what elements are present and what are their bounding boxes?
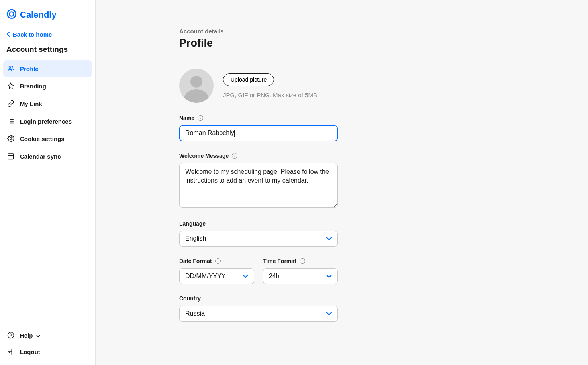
page-title: Profile (179, 37, 418, 49)
field-welcome: Welcome Message i (179, 153, 418, 209)
brand-logo[interactable]: Calendly (0, 6, 95, 28)
time-format-label: Time Format (263, 258, 296, 264)
logout-button[interactable]: Logout (3, 343, 92, 360)
field-date-format: Date Format i DD/MM/YYYY (179, 258, 254, 284)
time-format-value: 24h (269, 273, 280, 280)
main-content: Account details Profile Upload picture J… (96, 0, 588, 365)
calendar-icon (7, 153, 14, 160)
chevron-down-icon (326, 310, 332, 317)
help-label: Help (20, 332, 33, 339)
date-format-select[interactable]: DD/MM/YYYY (179, 268, 254, 284)
nav-label: Calendar sync (20, 153, 61, 160)
country-value: Russia (185, 310, 205, 317)
nav-label: My Link (20, 100, 42, 107)
field-name: Name i Roman Rabochiy (179, 115, 418, 141)
sidebar-title: Account settings (0, 43, 95, 60)
language-select[interactable]: English (179, 231, 338, 247)
nav-item-cookie-settings[interactable]: Cookie settings (3, 130, 92, 147)
star-icon (7, 82, 14, 90)
avatar-section: Upload picture JPG, GIF or PNG. Max size… (179, 69, 418, 103)
chevron-down-icon (326, 235, 332, 242)
link-icon (7, 100, 14, 107)
sidebar-nav: Profile Branding My Link Login preferenc… (0, 60, 95, 165)
nav-item-branding[interactable]: Branding (3, 78, 92, 94)
svg-rect-11 (8, 154, 14, 159)
name-input[interactable]: Roman Rabochiy (179, 125, 338, 141)
field-country: Country Russia (179, 295, 418, 322)
logout-icon (7, 348, 14, 355)
caret-down-icon (36, 332, 40, 339)
info-icon[interactable]: i (232, 153, 237, 159)
profile-icon (7, 65, 14, 72)
nav-label: Login preferences (20, 118, 72, 125)
svg-point-2 (9, 67, 11, 69)
list-icon (7, 118, 14, 125)
nav-label: Profile (20, 65, 39, 72)
date-format-value: DD/MM/YYYY (185, 273, 225, 280)
name-value: Roman Rabochiy (185, 130, 234, 136)
name-label: Name (179, 115, 194, 121)
welcome-label: Welcome Message (179, 153, 229, 159)
nav-item-my-link[interactable]: My Link (3, 95, 92, 112)
time-format-select[interactable]: 24h (263, 268, 338, 284)
date-format-label: Date Format (179, 258, 212, 264)
help-button[interactable]: Help (3, 327, 92, 343)
language-label: Language (179, 220, 206, 227)
nav-item-login-preferences[interactable]: Login preferences (3, 113, 92, 130)
svg-point-1 (10, 12, 14, 16)
breadcrumb: Account details (179, 28, 418, 35)
upload-picture-button[interactable]: Upload picture (223, 73, 274, 86)
sidebar-bottom: Help Logout (0, 327, 95, 365)
sidebar: Calendly Back to home Account settings P… (0, 0, 96, 365)
chevron-down-icon (243, 273, 248, 280)
field-time-format: Time Format i 24h (263, 258, 338, 284)
back-link-label: Back to home (13, 31, 52, 38)
upload-hint: JPG, GIF or PNG. Max size of 5MB. (223, 92, 319, 98)
back-to-home-link[interactable]: Back to home (0, 28, 95, 43)
calendly-logo-icon (6, 9, 17, 21)
language-value: English (185, 235, 206, 242)
nav-label: Branding (20, 83, 46, 90)
svg-point-0 (7, 10, 16, 18)
avatar-placeholder (179, 69, 214, 103)
text-cursor (234, 130, 235, 137)
brand-name: Calendly (20, 10, 57, 20)
info-icon[interactable]: i (198, 115, 203, 121)
field-language: Language English (179, 220, 418, 247)
nav-item-calendar-sync[interactable]: Calendar sync (3, 148, 92, 165)
chevron-left-icon (6, 31, 10, 38)
info-icon[interactable]: i (215, 258, 221, 264)
country-select[interactable]: Russia (179, 306, 338, 322)
gear-icon (7, 135, 14, 142)
svg-point-3 (12, 66, 13, 67)
welcome-textarea[interactable] (179, 163, 338, 208)
nav-label: Cookie settings (20, 135, 65, 142)
help-icon (7, 332, 14, 339)
chevron-down-icon (326, 273, 332, 280)
info-icon[interactable]: i (300, 258, 305, 264)
nav-item-profile[interactable]: Profile (3, 60, 92, 77)
country-label: Country (179, 295, 201, 302)
svg-point-10 (10, 138, 12, 140)
logout-label: Logout (20, 349, 40, 355)
